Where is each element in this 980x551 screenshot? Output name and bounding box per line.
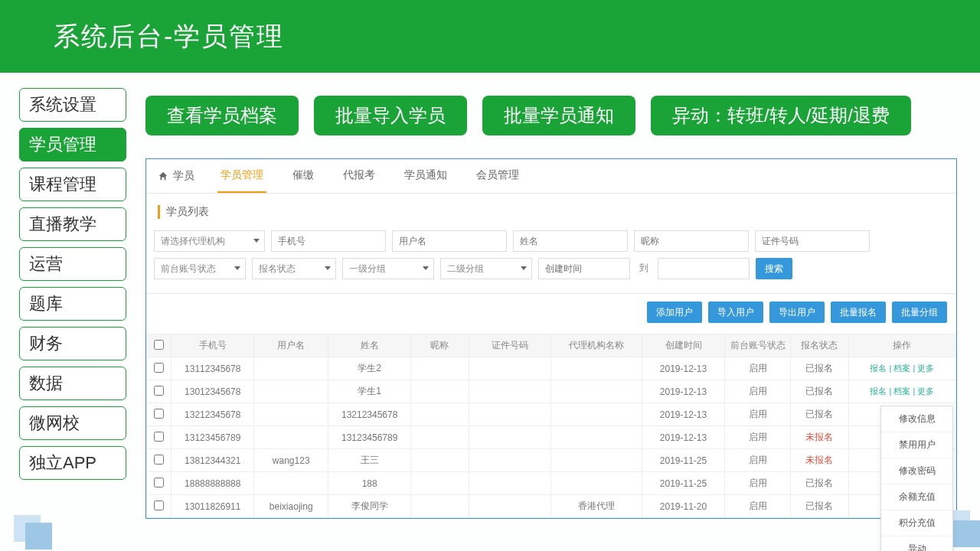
table-cell	[469, 403, 551, 426]
table-cell: 学生2	[328, 357, 411, 380]
sidebar-item[interactable]: 系统设置	[19, 88, 126, 122]
student-panel: 学员 学员管理催缴代报考学员通知会员管理 学员列表 请选择代理机构 前台账号状态…	[145, 158, 957, 519]
select-all-checkbox[interactable]	[154, 340, 164, 350]
table-cell: 13123456789	[328, 426, 411, 449]
idnumber-input[interactable]	[755, 230, 870, 252]
search-button[interactable]: 搜索	[756, 258, 792, 279]
table-cell: 18888888888	[172, 472, 254, 495]
table-cell	[411, 426, 469, 449]
table-cell: 学生1	[328, 380, 411, 403]
sidebar-item[interactable]: 数据	[19, 367, 126, 400]
table-header: 前台账号状态	[724, 334, 790, 357]
row-checkbox[interactable]	[154, 478, 164, 487]
row-checkbox[interactable]	[154, 386, 164, 396]
row-checkbox[interactable]	[154, 500, 164, 510]
table-cell: 13012345678	[172, 380, 254, 403]
toolbar-button[interactable]: 批量报名	[831, 302, 886, 323]
table-cell: 2019-12-13	[642, 403, 725, 426]
table-cell	[147, 472, 172, 495]
dropdown-item[interactable]: 禁用用户	[881, 432, 952, 458]
panel-tab[interactable]: 代报考	[340, 159, 378, 193]
sidebar-item[interactable]: 独立APP	[19, 446, 126, 480]
table-cell: 13212345678	[172, 403, 254, 426]
toolbar-button[interactable]: 批量分组	[892, 302, 947, 323]
username-input[interactable]	[392, 230, 507, 252]
table-cell: 2019-12-13	[642, 426, 725, 449]
table-cell	[469, 495, 551, 518]
dropdown-item[interactable]: 修改信息	[881, 406, 952, 432]
table-cell: 2019-11-20	[642, 495, 725, 518]
table-cell	[411, 357, 469, 380]
table-cell	[551, 403, 642, 426]
table-header: 操作	[848, 334, 956, 357]
to-label: 到	[636, 258, 652, 279]
table-cell[interactable]: 报名 | 档案 | 更多	[848, 380, 956, 403]
row-checkbox[interactable]	[154, 409, 164, 419]
phone-input[interactable]	[271, 230, 386, 252]
sidebar-item[interactable]: 运营	[19, 247, 126, 281]
table-cell	[469, 472, 551, 495]
table-header: 昵称	[411, 334, 469, 357]
dropdown-item[interactable]: 余额充值	[881, 484, 952, 510]
action-button[interactable]: 异动：转班/转人/延期/退费	[651, 96, 911, 135]
table-cell: 2019-12-13	[642, 357, 725, 380]
sidebar-item[interactable]: 微网校	[19, 406, 126, 440]
table-cell: 13112345678	[172, 357, 254, 380]
create-time-to-input[interactable]	[658, 258, 750, 279]
table-cell	[551, 426, 642, 449]
panel-tab[interactable]: 会员管理	[473, 159, 522, 193]
table-cell[interactable]: 报名 | 档案 | 更多	[848, 357, 956, 380]
table-cell: 启用	[724, 495, 790, 518]
table-cell: 13011826911	[172, 495, 254, 518]
row-checkbox[interactable]	[154, 432, 164, 442]
panel-tab[interactable]: 学员管理	[217, 159, 266, 193]
table-cell: 13812344321	[172, 449, 254, 472]
table-row: 13812344321wang123王三2019-11-25启用未报名	[147, 449, 956, 472]
dropdown-item[interactable]: 积分充值	[881, 510, 952, 536]
table-cell	[411, 495, 469, 518]
group1-select[interactable]: 一级分组	[342, 258, 434, 279]
row-checkbox[interactable]	[154, 363, 164, 373]
table-header	[147, 334, 172, 357]
toolbar-button[interactable]: 导入用户	[708, 302, 763, 323]
dropdown-item[interactable]: 修改密码	[881, 458, 952, 484]
action-button[interactable]: 批量学员通知	[482, 96, 635, 135]
front-status-select[interactable]: 前台账号状态	[154, 258, 246, 279]
table-cell	[469, 426, 551, 449]
toolbar-button[interactable]: 添加用户	[647, 302, 702, 323]
group2-select[interactable]: 二级分组	[440, 258, 532, 279]
table-cell: 李俊同学	[328, 495, 411, 518]
sidebar-item[interactable]: 直播教学	[19, 207, 126, 241]
sidebar-item[interactable]: 题库	[19, 287, 126, 321]
name-input[interactable]	[513, 230, 628, 252]
table-cell: 未报名	[791, 449, 849, 472]
action-button[interactable]: 批量导入学员	[314, 96, 467, 135]
table-cell	[254, 426, 328, 449]
table-cell	[254, 403, 328, 426]
panel-tabs: 学员 学员管理催缴代报考学员通知会员管理	[146, 159, 956, 194]
table-cell	[551, 380, 642, 403]
table-cell	[147, 495, 172, 518]
row-checkbox[interactable]	[154, 455, 164, 465]
table-cell	[147, 449, 172, 472]
sidebar-item[interactable]: 课程管理	[19, 168, 126, 201]
table-cell: 已报名	[791, 495, 849, 518]
table-row: 13112345678学生22019-12-13启用已报名报名 | 档案 | 更…	[147, 357, 956, 380]
table-row: 13012345678学生12019-12-13启用已报名报名 | 档案 | 更…	[147, 380, 956, 403]
action-button[interactable]: 查看学员档案	[145, 96, 299, 135]
agency-select[interactable]: 请选择代理机构	[154, 230, 265, 252]
sidebar-item[interactable]: 学员管理	[19, 128, 126, 161]
table-cell: 启用	[724, 380, 790, 403]
toolbar-button[interactable]: 导出用户	[769, 302, 825, 323]
panel-tab[interactable]: 学员通知	[401, 159, 450, 193]
table-cell	[411, 380, 469, 403]
panel-tab[interactable]: 催缴	[289, 159, 317, 193]
table-cell	[469, 449, 551, 472]
table-cell: 13123456789	[172, 426, 254, 449]
create-time-from-input[interactable]	[538, 258, 630, 279]
dropdown-item[interactable]: 异动	[881, 536, 952, 551]
sidebar-item[interactable]: 财务	[19, 327, 126, 360]
enroll-status-select[interactable]: 报名状态	[252, 258, 336, 279]
nickname-input[interactable]	[634, 230, 749, 252]
table-cell: 2019-11-25	[642, 472, 725, 495]
